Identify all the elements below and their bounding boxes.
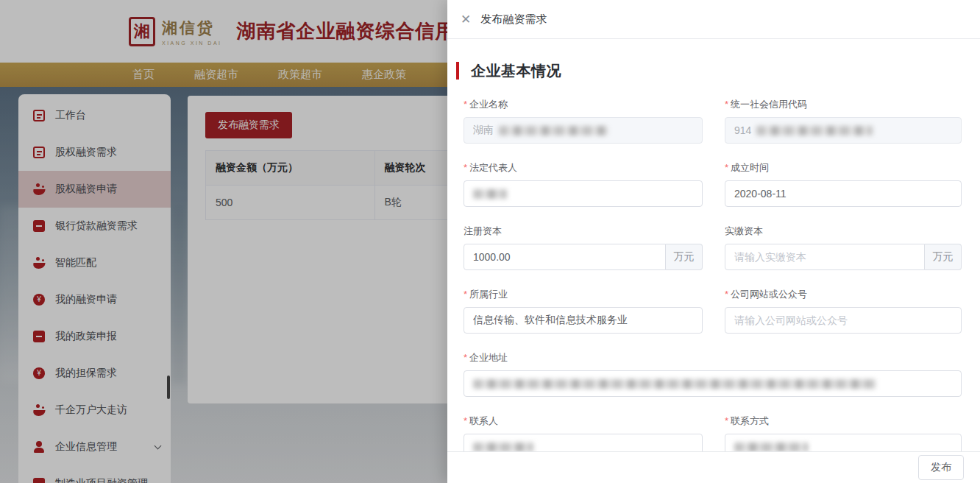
field-paid-capital: 实缴资本 万元 bbox=[725, 207, 962, 270]
unit-suffix: 万元 bbox=[925, 244, 962, 270]
drawer-header: ✕ 发布融资需求 bbox=[447, 0, 980, 39]
section-accent-bar bbox=[456, 62, 459, 80]
required-mark: * bbox=[464, 162, 467, 173]
label-legal-rep: *法定代表人 bbox=[464, 161, 703, 174]
field-contact-phone: *联系方式 bbox=[725, 397, 962, 451]
input-legal-rep[interactable] bbox=[464, 180, 703, 207]
label-reg-capital: 注册资本 bbox=[464, 225, 703, 238]
unit-suffix: 万元 bbox=[666, 244, 703, 270]
required-mark: * bbox=[464, 99, 467, 110]
field-credit-code: *统一社会信用代码 914 bbox=[725, 80, 962, 144]
input-establish-date[interactable] bbox=[725, 180, 962, 207]
redacted-value bbox=[473, 443, 533, 451]
drawer-footer: 发布 bbox=[447, 451, 980, 483]
field-reg-capital: 注册资本 万元 bbox=[464, 207, 703, 270]
label-paid-capital: 实缴资本 bbox=[725, 225, 962, 238]
redacted-value bbox=[756, 126, 873, 135]
required-mark: * bbox=[725, 162, 728, 173]
close-icon[interactable]: ✕ bbox=[461, 13, 471, 26]
input-paid-capital[interactable] bbox=[725, 244, 925, 270]
field-website: *公司网站或公众号 bbox=[725, 270, 962, 334]
publish-financing-drawer: ✕ 发布融资需求 企业基本情况 *企业名称 湖南 *统一社会信用代码 914 bbox=[447, 0, 980, 483]
required-mark: * bbox=[464, 415, 467, 426]
app-window: 湘 湘信贷 XIANG XIN DAI 湖南省企业融资综合信用服务平台 首页 融… bbox=[0, 0, 980, 483]
input-contact-person[interactable] bbox=[464, 434, 703, 451]
redacted-value bbox=[499, 126, 608, 135]
input-credit-code[interactable]: 914 bbox=[725, 117, 962, 144]
input-website[interactable] bbox=[725, 307, 962, 334]
section-title-basic-info: 企业基本情况 bbox=[456, 61, 962, 80]
required-mark: * bbox=[725, 99, 728, 110]
required-mark: * bbox=[725, 415, 728, 426]
required-mark: * bbox=[464, 289, 467, 300]
label-credit-code: *统一社会信用代码 bbox=[725, 98, 962, 111]
input-reg-capital[interactable] bbox=[464, 244, 666, 270]
input-address[interactable] bbox=[464, 370, 962, 397]
input-industry[interactable] bbox=[464, 307, 703, 334]
input-company-name[interactable]: 湖南 bbox=[464, 117, 703, 144]
label-industry: *所属行业 bbox=[464, 288, 703, 301]
input-contact-phone[interactable] bbox=[725, 434, 962, 451]
label-contact-person: *联系人 bbox=[464, 415, 703, 428]
redacted-value bbox=[734, 443, 808, 451]
required-mark: * bbox=[725, 289, 728, 300]
label-company-name: *企业名称 bbox=[464, 98, 703, 111]
redacted-value bbox=[473, 189, 507, 199]
required-mark: * bbox=[464, 352, 467, 363]
redacted-value bbox=[473, 379, 876, 389]
publish-button[interactable]: 发布 bbox=[918, 455, 964, 480]
field-address: *企业地址 bbox=[464, 334, 962, 397]
section-title-text: 企业基本情况 bbox=[471, 61, 561, 81]
label-establish-date: *成立时间 bbox=[725, 161, 962, 174]
label-contact-phone: *联系方式 bbox=[725, 415, 962, 428]
label-address: *企业地址 bbox=[464, 351, 962, 364]
drawer-body: 企业基本情况 *企业名称 湖南 *统一社会信用代码 914 *法定代表人 bbox=[447, 39, 980, 451]
value-prefix: 湖南 bbox=[473, 124, 494, 137]
field-legal-rep: *法定代表人 bbox=[464, 144, 703, 207]
label-website: *公司网站或公众号 bbox=[725, 288, 962, 301]
field-establish-date: *成立时间 bbox=[725, 144, 962, 207]
field-contact-person: *联系人 bbox=[464, 397, 703, 451]
drawer-title: 发布融资需求 bbox=[480, 13, 547, 27]
value-prefix: 914 bbox=[734, 124, 751, 136]
field-company-name: *企业名称 湖南 bbox=[464, 80, 703, 144]
field-industry: *所属行业 bbox=[464, 270, 703, 334]
